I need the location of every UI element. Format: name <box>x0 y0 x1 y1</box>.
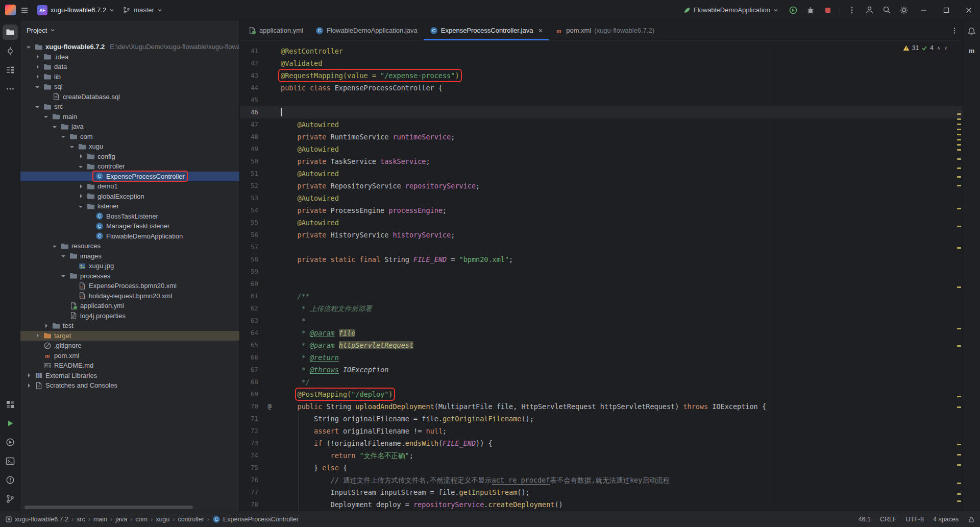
tree-item-processes[interactable]: processes <box>20 271 239 281</box>
warning-stripe-mark[interactable] <box>957 118 961 120</box>
tree-item-managertasklistener[interactable]: CManagerTaskListener <box>20 221 239 231</box>
indent-widget[interactable]: 4 spaces <box>933 516 959 523</box>
line-number[interactable]: 77 <box>240 486 258 498</box>
warning-stripe-mark[interactable] <box>957 226 961 227</box>
code-line-61[interactable]: 61 /** <box>240 290 963 302</box>
code-line-72[interactable]: 72 assert originalFilename != null; <box>240 425 963 437</box>
tree-item-data[interactable]: data <box>20 62 239 72</box>
version-control-tool-button[interactable] <box>3 491 18 507</box>
tree-item-main[interactable]: main <box>20 112 239 122</box>
line-number[interactable]: 43 <box>240 69 258 82</box>
code-line-74[interactable]: 74 return "文件名不正确"; <box>240 449 963 462</box>
chevron-expanded-icon[interactable] <box>43 113 51 121</box>
run-config-selector[interactable]: FlowableDemoApplication <box>679 3 782 18</box>
line-number[interactable]: 63 <box>240 315 258 327</box>
line-number[interactable]: 51 <box>240 167 258 180</box>
line-number[interactable]: 60 <box>240 278 258 290</box>
chevron-expanded-icon[interactable] <box>78 202 85 210</box>
chevron-collapsed-icon[interactable] <box>34 53 42 61</box>
tree-item-java[interactable]: java <box>20 122 239 132</box>
code-line-50[interactable]: 50 private TaskService taskService; <box>240 155 963 167</box>
code-line-60[interactable]: 60 <box>240 278 963 290</box>
code-line-48[interactable]: 48 private RuntimeService runtimeService… <box>240 131 963 143</box>
tab-options-button[interactable] <box>950 20 963 40</box>
line-number[interactable]: 50 <box>240 155 258 167</box>
line-number[interactable]: 44 <box>240 82 258 94</box>
more-tool-windows-tool-button[interactable] <box>3 81 18 97</box>
line-number[interactable]: 78 <box>240 498 258 511</box>
code-line-78[interactable]: 78 Deployment deploy = repositoryService… <box>240 498 963 511</box>
services-tool-button[interactable] <box>3 435 18 450</box>
line-number[interactable]: 62 <box>240 302 258 315</box>
line-number[interactable]: 53 <box>240 192 258 204</box>
code-line-69[interactable]: 69 @PostMapping("/deploy") <box>240 388 963 400</box>
encoding-widget[interactable]: UTF-8 <box>906 516 924 523</box>
chevron-collapsed-icon[interactable] <box>78 153 85 160</box>
warning-stripe-mark[interactable] <box>957 139 961 140</box>
line-number[interactable]: 58 <box>240 253 258 266</box>
breadcrumb-item[interactable]: CExpenseProcessController <box>212 515 299 523</box>
breadcrumb-item[interactable]: controller <box>178 516 204 523</box>
line-number[interactable]: 48 <box>240 131 258 143</box>
code-line-55[interactable]: 55 @Autowired <box>240 217 963 229</box>
more-actions-button[interactable] <box>844 3 860 18</box>
tab-expenseprocesscontroller-java[interactable]: CExpenseProcessController.java× <box>424 20 549 40</box>
project-selector[interactable]: XF xugu-flowable6.7.2 <box>33 3 118 18</box>
close-button[interactable] <box>958 0 980 20</box>
terminal-tool-button[interactable] <box>3 453 18 469</box>
tree-item-listener[interactable]: listener <box>20 201 239 211</box>
line-number[interactable]: 61 <box>240 290 258 302</box>
settings-button[interactable] <box>896 3 912 18</box>
breadcrumb-item[interactable]: src <box>77 516 85 523</box>
warning-stripe-mark[interactable] <box>957 454 961 456</box>
tree-item-application-yml[interactable]: application.yml <box>20 301 239 311</box>
chevron-expanded-icon[interactable] <box>34 83 42 90</box>
code-line-54[interactable]: 54 private ProcessEngine processEngine; <box>240 204 963 217</box>
close-tab-icon[interactable]: × <box>538 27 543 34</box>
code-line-76[interactable]: 76 // 通过文件上传方式传文件名,不然流程定义不显示act_re_procd… <box>240 474 963 486</box>
warning-stripe-mark[interactable] <box>957 483 961 484</box>
code-line-68[interactable]: 68 */ <box>240 376 963 388</box>
maven-tool-button[interactable]: m <box>964 43 979 58</box>
line-number[interactable]: 49 <box>240 143 258 155</box>
code-line-64[interactable]: 64 * @param file <box>240 327 963 339</box>
chevron-collapsed-icon[interactable] <box>78 182 85 190</box>
tree-item-src[interactable]: src <box>20 102 239 112</box>
tree-item-scratches-and-consoles[interactable]: Scratches and Consoles <box>20 380 239 391</box>
error-stripe[interactable] <box>955 41 963 511</box>
line-number[interactable]: 45 <box>240 94 258 106</box>
chevron-expanded-icon[interactable] <box>69 142 77 150</box>
editor-body[interactable]: 41@RestController42@Validated43@RequestM… <box>240 41 963 511</box>
warning-stripe-mark[interactable] <box>957 444 961 445</box>
warning-stripe-mark[interactable] <box>957 176 961 178</box>
code-line-59[interactable]: 59 <box>240 266 963 278</box>
line-number[interactable]: 65 <box>240 339 258 351</box>
structure-tool-button[interactable] <box>3 62 18 78</box>
code-line-41[interactable]: 41@RestController <box>240 45 963 57</box>
line-number[interactable]: 72 <box>240 425 258 437</box>
previous-problem-button[interactable]: ∧ <box>937 45 941 51</box>
tree-item-sql[interactable]: sql <box>20 82 239 92</box>
chevron-expanded-icon[interactable] <box>60 272 68 280</box>
tree-item-bosstasklistener[interactable]: CBossTaskListener <box>20 211 239 222</box>
tree-item--gitignore[interactable]: .gitignore <box>20 341 239 351</box>
line-number[interactable]: 73 <box>240 437 258 449</box>
code-line-45[interactable]: 45 <box>240 94 963 106</box>
line-number[interactable]: 55 <box>240 217 258 229</box>
warning-stripe-mark[interactable] <box>957 158 961 160</box>
tree-item-globalexception[interactable]: globalException <box>20 191 239 202</box>
warning-stripe-mark[interactable] <box>957 345 961 347</box>
breadcrumb-item[interactable]: com <box>135 516 148 523</box>
warning-stripe-mark[interactable] <box>957 113 961 115</box>
tree-item-expenseprocesscontroller[interactable]: CExpenseProcessController <box>20 172 239 182</box>
line-number[interactable]: 68 <box>240 376 258 388</box>
tree-item-xugu-flowable6-7-2[interactable]: xugu-flowable6.7.2E:\dev\XuguDemo\xugu-f… <box>20 42 239 52</box>
chevron-collapsed-icon[interactable] <box>34 73 42 81</box>
line-number[interactable]: 67 <box>240 364 258 376</box>
code-with-me-button[interactable] <box>862 3 877 18</box>
tree-item-lib[interactable]: lib <box>20 72 239 82</box>
tree-item-xugu-jpg[interactable]: xugu.jpg <box>20 261 239 271</box>
warning-stripe-mark[interactable] <box>957 464 961 466</box>
line-number[interactable]: 47 <box>240 118 258 131</box>
tab-flowabledemoapplication-java[interactable]: CFlowableDemoApplication.java <box>309 20 424 40</box>
